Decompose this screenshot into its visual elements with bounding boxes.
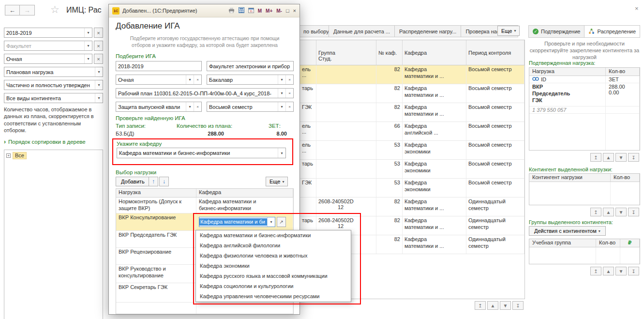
move-down-button[interactable]: ▼ xyxy=(615,208,627,216)
table-row[interactable]: ель ... 82 Кафедра математики и ... Вось… xyxy=(300,65,524,84)
chevron-down-icon[interactable]: ▾ xyxy=(95,80,103,90)
move-up-button[interactable]: ▲ xyxy=(603,153,614,162)
year-combobox[interactable]: 2018-2019 ▾ xyxy=(4,28,92,38)
memory-minus-button[interactable]: М- xyxy=(276,8,282,14)
move-bottom-button[interactable]: ↧ xyxy=(628,267,639,275)
window-close-button[interactable]: × xyxy=(635,5,639,12)
chevron-down-icon[interactable]: ▾ xyxy=(95,67,103,76)
move-top-button[interactable]: ↥ xyxy=(475,301,486,310)
dropdown-item[interactable]: Кафедра физиологии человека и животных xyxy=(196,251,351,261)
table-row[interactable]: ель ... 53 Кафедра экономики Восьмой сем… xyxy=(300,141,524,160)
dropdown-item[interactable]: Кафедра социологии и культурологии xyxy=(196,281,351,291)
maximize-button[interactable]: □ xyxy=(286,8,289,14)
move-top-button[interactable]: ↥ xyxy=(590,267,601,275)
move-up-button[interactable]: ▲ xyxy=(487,301,498,310)
dropdown-item[interactable]: Кафедра английской филологии xyxy=(196,241,351,251)
table-row[interactable]: ГЭК 53 Кафедра экономики Восьмой семестр xyxy=(300,179,524,197)
dropdown-item[interactable]: Кафедра управления человеческими ресурса… xyxy=(196,291,351,302)
calendar-icon[interactable]: 31 xyxy=(248,7,254,14)
printer-icon[interactable] xyxy=(228,8,235,14)
chevron-down-icon[interactable]: ▾ xyxy=(84,28,92,37)
faculty-field[interactable]: Факультет электроники и прибор xyxy=(207,61,294,71)
clear-button[interactable]: × xyxy=(94,54,103,64)
dropdown-item[interactable]: Кафедра математики и бизнес-информатики xyxy=(196,230,351,241)
chevron-down-icon[interactable]: ▾ xyxy=(95,93,103,103)
load-type-combobox[interactable]: Плановая нагрузка ▾ xyxy=(4,67,103,77)
chevron-down-icon[interactable]: ▾ xyxy=(278,148,285,158)
clear-button[interactable]: × xyxy=(94,28,103,38)
edu-form-combobox[interactable]: Очная ▾ × xyxy=(116,75,202,85)
table-row[interactable]: 1 379 550 057 xyxy=(529,106,640,114)
forward-button[interactable]: → xyxy=(20,5,35,15)
expand-icon[interactable]: + xyxy=(6,153,11,158)
department-combobox[interactable]: Кафедра математики и бизнес-информатики … xyxy=(117,148,286,158)
tab-подтверждение[interactable]: ✓ Подтверждение xyxy=(528,25,584,38)
more-button[interactable]: Еще ▾ xyxy=(497,26,520,36)
tab-по-выбору[interactable]: по выбору xyxy=(299,25,329,37)
memory-button[interactable]: М xyxy=(258,8,262,14)
clear-button[interactable]: × xyxy=(94,41,103,51)
faculty-combobox[interactable]: Факультет ▾ xyxy=(4,41,92,51)
clear-icon[interactable]: × xyxy=(285,102,293,111)
table-row[interactable]: ГЭК 82 Кафедра математики и ... Восьмой … xyxy=(300,103,524,122)
back-button[interactable]: ← xyxy=(5,5,20,15)
move-down-button[interactable]: ▼ xyxy=(615,153,627,162)
tree-item-all[interactable]: + Все xyxy=(6,152,101,159)
move-down-button[interactable]: ▼ xyxy=(615,267,627,275)
table-row[interactable]: ID ЗЕТ xyxy=(529,76,640,83)
clear-icon[interactable]: × xyxy=(194,102,201,111)
table-row[interactable]: тарь 82 Кафедра математики и ... Восьмой… xyxy=(300,84,524,103)
dialog-close-button[interactable]: × xyxy=(293,8,296,14)
year-field[interactable]: 2018-2019 xyxy=(116,61,202,71)
semester-combobox[interactable]: Восьмой семестр ▾ × xyxy=(207,102,294,112)
move-top-button[interactable]: ↥ xyxy=(590,208,601,216)
move-down-button[interactable]: ↓ xyxy=(159,177,169,186)
more-button[interactable]: Еще ▾ xyxy=(266,177,288,186)
tab-распределение[interactable]: Распределение xyxy=(584,25,640,38)
dropdown-item[interactable]: Кафедра экономики xyxy=(196,261,351,271)
move-up-button[interactable]: ▲ xyxy=(603,267,614,275)
calculator-icon[interactable] xyxy=(239,7,244,14)
table-row[interactable]: Нормоконтроль (Допуск к защите ВКР) Кафе… xyxy=(116,197,293,213)
level-combobox[interactable]: Бакалавр ▾ × xyxy=(207,75,294,85)
chevron-down-icon[interactable]: ▾ xyxy=(84,54,92,63)
move-up-button[interactable]: ▲ xyxy=(603,208,614,216)
clear-icon[interactable]: × xyxy=(194,75,201,84)
chevron-down-icon[interactable]: ▾ xyxy=(84,41,92,50)
move-bottom-button[interactable]: ↧ xyxy=(628,153,639,162)
edu-form-combobox[interactable]: Очная ▾ xyxy=(4,54,92,64)
clear-icon[interactable]: × xyxy=(285,89,293,98)
table-row[interactable]: тарь 53 Кафедра экономики Восьмой семест… xyxy=(300,160,524,179)
open-icon[interactable]: ↗ xyxy=(277,217,286,227)
move-bottom-button[interactable]: ↧ xyxy=(628,208,639,216)
table-row[interactable]: 2608-240502D12 82 Кафедра математики и .… xyxy=(300,197,524,216)
tab-данные-для-расчета[interactable]: Данные для расчета ... xyxy=(329,25,395,37)
sort-order-link[interactable]: › Порядок сортировки в дереве xyxy=(4,138,103,145)
plan-combobox[interactable]: Рабочий план 110301.62-2015-О-ПП-4г00м-0… xyxy=(116,88,294,98)
add-button[interactable]: Добавить xyxy=(116,177,150,186)
contingent-actions-button[interactable]: Действия с контингентом ▾ xyxy=(529,226,606,236)
record-type-combobox[interactable]: Защита выпускной квали ▾ × xyxy=(116,102,202,112)
clear-icon[interactable]: × xyxy=(285,75,293,84)
chevron-down-icon[interactable]: ▾ xyxy=(267,217,275,227)
memory-plus-button[interactable]: М+ xyxy=(266,8,272,14)
dialog-titlebar[interactable]: 1С Добавлен... (1С:Предприятие) 31 М М+ … xyxy=(109,4,300,17)
chevron-down-icon[interactable]: ▾ xyxy=(186,102,194,111)
table-row[interactable]: ель ... 66 Кафедра английской ... Восьмо… xyxy=(300,122,524,141)
department-edit-combobox[interactable]: Кафедра математики и би ▾ xyxy=(199,217,275,227)
favorite-star-icon[interactable]: ☆ xyxy=(50,4,60,15)
chevron-down-icon[interactable]: ▾ xyxy=(278,75,285,84)
table-row[interactable]: ВКР Консультирование Кафедра математики … xyxy=(116,213,293,231)
approval-combobox[interactable]: Частично и полностью утвержден ▾ xyxy=(4,80,103,90)
table-row[interactable]: ВКР Председатель ГЭК 288.000.00 xyxy=(529,83,640,106)
move-up-button[interactable]: ↑ xyxy=(149,177,158,186)
chevron-down-icon[interactable]: ▾ xyxy=(278,89,285,98)
dropdown-item[interactable]: Кафедра русского языка и массовой коммун… xyxy=(196,271,351,281)
move-down-button[interactable]: ▼ xyxy=(500,301,511,310)
move-bottom-button[interactable]: ↧ xyxy=(512,301,524,310)
chevron-down-icon[interactable]: ▾ xyxy=(186,75,194,84)
tab-распределение-нагрузки[interactable]: Распределение нагру... xyxy=(395,25,461,37)
move-top-button[interactable]: ↥ xyxy=(590,153,601,162)
chevron-down-icon[interactable]: ▾ xyxy=(278,102,285,111)
contingent-combobox[interactable]: Все виды контингента ▾ xyxy=(4,93,103,103)
